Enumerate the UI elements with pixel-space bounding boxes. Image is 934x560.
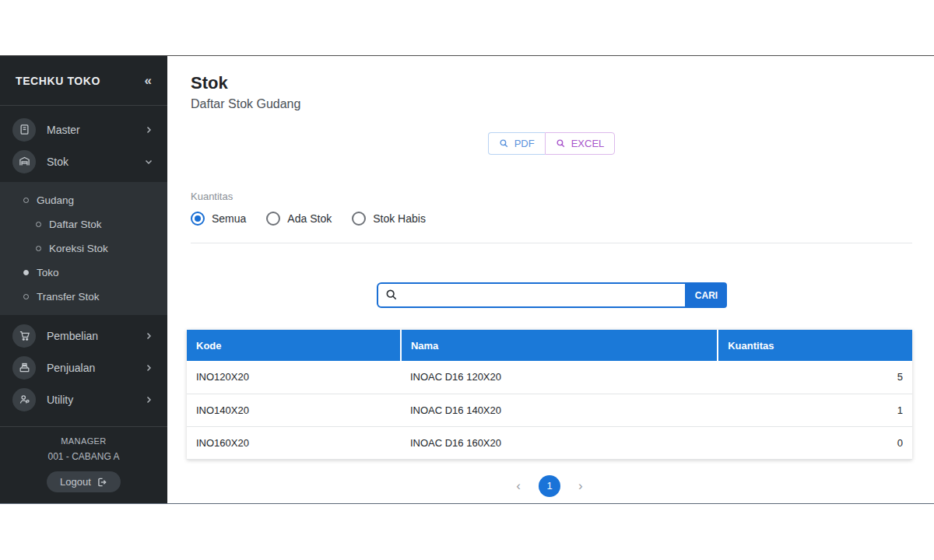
column-header-kode[interactable]: Kode xyxy=(187,330,401,361)
main-content: Stok Daftar Stok Gudang PDF EXCEL Kuanti… xyxy=(167,56,934,503)
circle-bullet-icon xyxy=(36,246,41,251)
chevron-right-icon xyxy=(144,331,153,341)
sidebar-collapse-icon[interactable]: « xyxy=(145,73,152,89)
pagination: ‹ 1 › xyxy=(187,475,912,497)
sidebar-item-stok[interactable]: Stok xyxy=(0,145,167,177)
table-row[interactable]: INO160X20 INOAC D16 160X20 0 xyxy=(187,426,912,459)
sidebar-item-label: Gudang xyxy=(37,194,74,206)
sidebar-item-label: Utility xyxy=(47,394,144,406)
search-icon xyxy=(385,289,398,301)
app-window: TECHKU TOKO « Master Stok xyxy=(0,55,934,504)
sidebar: TECHKU TOKO « Master Stok xyxy=(0,56,167,503)
radio-label: Stok Habis xyxy=(373,212,426,225)
cell-nama: INOAC D16 160X20 xyxy=(401,426,718,459)
cell-nama: INOAC D16 120X20 xyxy=(401,361,718,394)
sign-out-icon xyxy=(97,477,107,488)
screenshot-canvas: TECHKU TOKO « Master Stok xyxy=(0,0,934,560)
radio-unselected-icon xyxy=(266,212,280,226)
export-pdf-label: PDF xyxy=(514,138,535,149)
logout-label: Logout xyxy=(60,476,91,488)
sidebar-item-label: Koreksi Stok xyxy=(49,243,108,254)
sidebar-item-label: Toko xyxy=(37,267,59,278)
search-submit-button[interactable]: CARI xyxy=(686,282,727,308)
sidebar-submenu-stok: Gudang Daftar Stok Koreksi Stok Toko xyxy=(0,182,167,315)
sidebar-item-label: Pembelian xyxy=(47,330,144,342)
cell-kuantitas: 5 xyxy=(718,361,912,394)
section-divider xyxy=(191,243,912,243)
sidebar-item-label: Daftar Stok xyxy=(49,219,102,230)
page-title: Stok xyxy=(191,73,912,93)
table-row[interactable]: INO140X20 INOAC D16 140X20 1 xyxy=(187,394,912,426)
circle-bullet-icon xyxy=(23,198,29,203)
column-header-nama[interactable]: Nama xyxy=(401,330,718,361)
search-section: CARI xyxy=(191,282,912,308)
branch-label: 001 - CABANG A xyxy=(8,451,160,462)
radio-ada-stok[interactable]: Ada Stok xyxy=(266,212,332,226)
user-role-label: MANAGER xyxy=(8,436,160,446)
sidebar-item-daftar-stok[interactable]: Daftar Stok xyxy=(0,212,167,236)
cell-nama: INOAC D16 140X20 xyxy=(401,394,718,426)
cell-kuantitas: 0 xyxy=(718,426,912,459)
pagination-prev-button[interactable]: ‹ xyxy=(516,479,521,492)
filled-circle-bullet-icon xyxy=(23,270,29,275)
sidebar-header: TECHKU TOKO « xyxy=(0,56,167,106)
chevron-right-icon xyxy=(144,363,153,373)
radio-unselected-icon xyxy=(352,212,366,226)
stock-table: Kode Nama Kuantitas INO120X20 INOAC D16 … xyxy=(187,330,912,460)
chevron-right-icon xyxy=(144,125,153,135)
radio-selected-icon xyxy=(191,212,205,226)
cell-kuantitas: 1 xyxy=(718,394,912,426)
cell-kode: INO140X20 xyxy=(187,394,401,426)
sidebar-item-master[interactable]: Master xyxy=(0,114,167,145)
sidebar-item-label: Penjualan xyxy=(47,362,144,374)
sidebar-item-transfer-stok[interactable]: Transfer Stok xyxy=(0,285,167,309)
search-input[interactable] xyxy=(377,282,686,308)
export-excel-label: EXCEL xyxy=(571,138,605,149)
column-header-kuantitas[interactable]: Kuantitas xyxy=(718,330,912,361)
search-icon xyxy=(556,138,566,149)
pagination-page-1[interactable]: 1 xyxy=(539,475,560,497)
cash-register-icon xyxy=(12,356,36,380)
brand-title: TECHKU TOKO xyxy=(16,75,100,87)
radio-stok-habis[interactable]: Stok Habis xyxy=(352,212,426,226)
search-icon xyxy=(499,138,509,149)
sidebar-item-koreksi-stok[interactable]: Koreksi Stok xyxy=(0,236,167,261)
cell-kode: INO160X20 xyxy=(187,426,401,459)
export-button-group: PDF EXCEL xyxy=(191,132,912,155)
address-book-icon xyxy=(12,118,36,142)
radio-semua[interactable]: Semua xyxy=(191,212,246,226)
chevron-right-icon xyxy=(144,395,153,404)
sidebar-item-toko[interactable]: Toko xyxy=(0,261,167,285)
search-input-wrap xyxy=(377,282,686,308)
search-box: CARI xyxy=(377,282,727,308)
table-header-row: Kode Nama Kuantitas xyxy=(187,330,912,361)
sidebar-item-utility[interactable]: Utility xyxy=(0,383,167,415)
quantity-filter-radios: Semua Ada Stok Stok Habis xyxy=(191,212,912,226)
sidebar-item-gudang[interactable]: Gudang xyxy=(0,188,167,212)
warehouse-icon xyxy=(12,150,36,173)
radio-label: Semua xyxy=(212,212,246,225)
cell-kode: INO120X20 xyxy=(187,361,401,394)
logout-button[interactable]: Logout xyxy=(47,471,121,492)
circle-bullet-icon xyxy=(23,294,29,299)
export-pdf-button[interactable]: PDF xyxy=(488,132,545,155)
filter-group-label: Kuantitas xyxy=(191,191,912,202)
chevron-down-icon xyxy=(144,157,153,166)
sidebar-item-penjualan[interactable]: Penjualan xyxy=(0,352,167,383)
table-row[interactable]: INO120X20 INOAC D16 120X20 5 xyxy=(187,361,912,394)
sidebar-item-label: Stok xyxy=(47,156,144,168)
sidebar-item-pembelian[interactable]: Pembelian xyxy=(0,320,167,352)
export-excel-button[interactable]: EXCEL xyxy=(545,132,616,155)
sidebar-item-label: Transfer Stok xyxy=(37,291,100,303)
circle-bullet-icon xyxy=(36,222,41,227)
radio-label: Ada Stok xyxy=(287,212,332,225)
shopping-cart-icon xyxy=(12,324,36,348)
sidebar-menu: Master Stok Gudang xyxy=(0,106,167,415)
page-subtitle: Daftar Stok Gudang xyxy=(191,97,912,111)
pagination-next-button[interactable]: › xyxy=(578,479,583,492)
user-gear-icon xyxy=(12,388,36,411)
sidebar-footer: MANAGER 001 - CABANG A Logout xyxy=(0,426,167,503)
sidebar-item-label: Master xyxy=(47,124,144,136)
